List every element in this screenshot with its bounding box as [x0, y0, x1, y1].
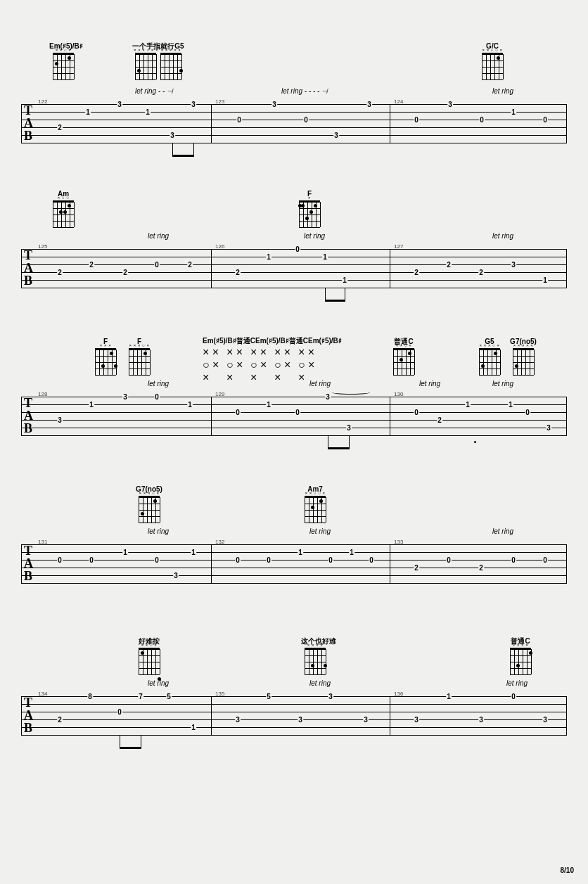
fret-number: 0 — [525, 409, 530, 416]
fret-number: 0 — [511, 693, 516, 700]
fret-number: 0 — [414, 116, 419, 124]
fret-number: 3 — [325, 393, 331, 401]
let-ring-annotation: let ring — [148, 380, 169, 387]
chord-diagram: G7(no5) × × × × × — [509, 338, 537, 375]
fret-number: 1 — [446, 693, 452, 700]
fret-number: 1 — [85, 108, 91, 116]
chord-diagram: Em(♯5)/B♯ × × ○ × — [49, 42, 77, 79]
fret-number: 3 — [298, 716, 303, 724]
tab-clef: TAB — [24, 104, 33, 142]
fret-number: 1 — [266, 401, 271, 409]
fret-number: 3 — [271, 101, 277, 108]
fret-number: 1 — [349, 549, 354, 556]
fret-number: 3 — [333, 132, 339, 139]
chord-diagram: 普通C × × × × — [506, 637, 535, 674]
chord-diagram: F × × × — [91, 338, 120, 375]
chord-diagram: G/C × × ○ ○ × — [478, 42, 506, 79]
fret-number: 3 — [122, 393, 128, 401]
fret-number: 7 — [138, 693, 143, 700]
fret-number: 0 — [295, 245, 300, 253]
fret-number: 2 — [446, 261, 452, 269]
chord-name: Em(♯5)/B♯普通CEm(♯5)/B♯普通CEm(♯5)/B♯ — [203, 336, 342, 346]
fret-number: 3 — [346, 424, 352, 432]
fret-number: 0 — [542, 116, 548, 124]
fret-number: 2 — [122, 269, 128, 276]
fret-number: 0 — [479, 116, 485, 124]
chord-diagram: 这个也好难 × × × × — [301, 637, 329, 674]
fret-number: 3 — [511, 261, 516, 269]
tab-clef: TAB — [24, 696, 33, 734]
chord-diagram-group: × × ○ × × × × ○ × × × × ○ × × × × ○ × × … — [203, 346, 319, 384]
fret-number: 1 — [508, 401, 513, 409]
chord-diagram: 好难按 × × ○ × — [135, 637, 163, 674]
let-ring-annotation: let ring — [506, 679, 528, 687]
fret-number: 1 — [322, 253, 328, 261]
fret-number: 1 — [342, 276, 347, 284]
fret-number: 0 — [154, 556, 160, 564]
fret-number: 0 — [511, 556, 516, 564]
fret-number: 3 — [447, 101, 453, 108]
fret-number: 2 — [478, 269, 484, 276]
chord-diagram: Am7 × × ○ ○ × — [301, 485, 329, 523]
fret-number: 0 — [328, 556, 333, 564]
tab-staff-row: TAB 2 8 0 7 5 1 3 5 3 3 3 3 1 3 0 3 — [21, 696, 567, 735]
let-ring-annotation: let ring — [492, 380, 513, 387]
fret-number: 0 — [154, 261, 160, 269]
fret-number: 3 — [414, 716, 419, 724]
let-ring-annotation: let ring — [304, 232, 325, 240]
fret-number: 3 — [57, 416, 63, 424]
tab-clef: TAB — [24, 397, 33, 435]
fret-number: 2 — [57, 124, 63, 132]
tab-staff-row: TAB 0 0 1 0 3 1 0 0 1 0 1 0 2 0 2 0 0 — [21, 544, 567, 583]
fret-number: 3 — [363, 716, 369, 724]
fret-number: 3 — [546, 424, 551, 432]
fret-number: 0 — [236, 116, 242, 124]
fret-number: 3 — [366, 101, 372, 108]
fret-number: 1 — [191, 724, 196, 731]
let-ring-annotation: let ring — [492, 232, 513, 240]
fret-number: 0 — [235, 556, 241, 564]
let-ring-annotation: let ring - - ⊣ — [135, 87, 173, 95]
let-ring-annotation: let ring — [148, 679, 169, 687]
fret-number: 3 — [173, 572, 179, 579]
fret-number: 3 — [478, 716, 484, 724]
let-ring-annotation: let ring - - - - ⊣ — [281, 87, 328, 95]
fret-number: 3 — [542, 716, 548, 724]
chord-diagram: F × × × ○ × — [125, 338, 153, 375]
let-ring-annotation: let ring — [309, 527, 331, 535]
fret-number: 0 — [266, 556, 271, 564]
guitar-tab-page: Em(♯5)/B♯ × × ○ × 一个手指就行G5 × × × ○ × × ×… — [0, 0, 588, 884]
fret-number: 0 — [369, 556, 374, 564]
fret-number: 1 — [187, 401, 193, 409]
fret-number: 0 — [542, 556, 548, 564]
let-ring-annotation: let ring — [309, 380, 331, 387]
fret-number: 1 — [122, 549, 128, 556]
fret-number: 8 — [87, 693, 93, 700]
fret-number: 0 — [57, 556, 63, 564]
rhythm-dot — [474, 441, 476, 443]
fret-number: 0 — [154, 393, 160, 401]
chord-diagram: Am × ○ ○ — [49, 190, 77, 227]
let-ring-annotation: let ring — [148, 232, 169, 240]
fret-number: 1 — [191, 549, 196, 556]
fret-number: 0 — [414, 409, 419, 416]
fret-number: 0 — [303, 116, 309, 124]
chord-diagram: F × — [295, 190, 324, 227]
fret-number: 1 — [542, 276, 548, 284]
chord-diagram: 普通C × × ○ × — [390, 338, 418, 375]
fret-number: 1 — [266, 253, 271, 261]
page-number: 8/10 — [561, 866, 574, 874]
fret-number: 0 — [89, 556, 94, 564]
fret-number: 2 — [235, 269, 241, 276]
let-ring-annotation: let ring — [309, 679, 331, 687]
fret-number: 2 — [89, 261, 94, 269]
fret-number: 3 — [117, 101, 122, 108]
tab-clef: TAB — [24, 544, 33, 582]
tab-staff-row: TAB 3 1 3 0 1 0 1 0 3 3 0 2 1 1 — [21, 397, 567, 435]
fret-number: 3 — [235, 716, 241, 724]
let-ring-annotation: let ring — [492, 527, 513, 535]
chord-diagram: G7(no5) × × × ○ × — [135, 485, 163, 523]
tie-curve — [331, 390, 371, 395]
fret-number: 2 — [57, 269, 63, 276]
chord-diagram: 一个手指就行G5 × × × ○ × × × × × × × — [123, 42, 193, 79]
